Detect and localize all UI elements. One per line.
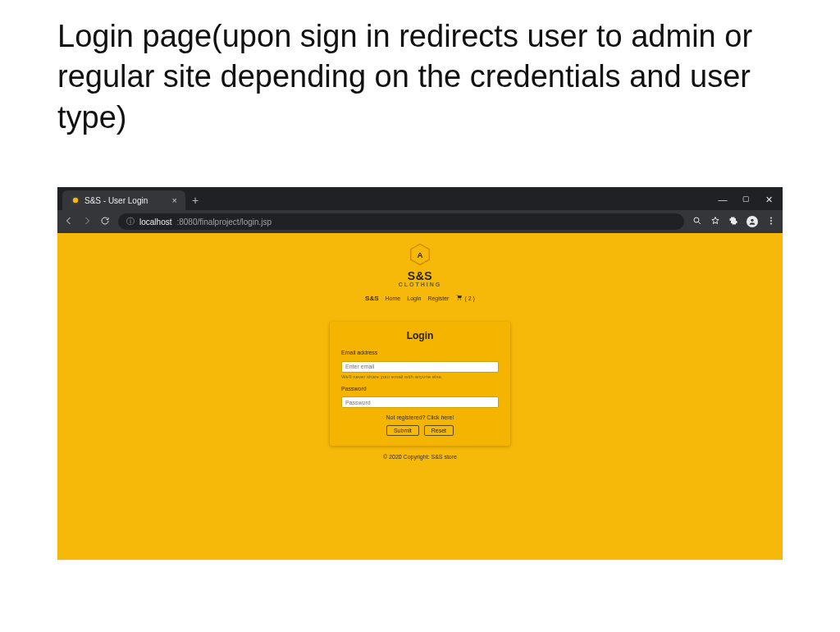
site-info-icon[interactable]: ⓘ <box>126 216 135 227</box>
button-row: Submit Reset <box>341 425 499 436</box>
window-controls: — ▢ ✕ <box>717 195 783 210</box>
svg-point-2 <box>751 219 753 222</box>
nav-login-link[interactable]: Login <box>407 295 421 301</box>
nav-cart-link[interactable]: ( 2 ) <box>455 294 474 302</box>
window-maximize-icon[interactable]: ▢ <box>740 195 751 205</box>
nav-brand-link[interactable]: S&S <box>365 295 378 302</box>
extensions-icon[interactable] <box>728 214 738 229</box>
cart-icon <box>455 294 463 302</box>
browser-window: S&S - User Login × + — ▢ ✕ ⓘ localhost:8… <box>57 187 783 560</box>
password-label: Password <box>341 386 499 392</box>
svg-text:A: A <box>417 250 422 259</box>
logo-icon: A <box>409 243 431 266</box>
svg-point-0 <box>72 198 77 203</box>
bookmark-star-icon[interactable] <box>710 214 720 229</box>
slide-title: Login page(upon sign in redirects user t… <box>57 16 779 138</box>
address-bar[interactable]: ⓘ localhost:8080/finalproject/login.jsp <box>118 213 684 230</box>
back-icon[interactable] <box>64 214 74 229</box>
site-content: A S&S CLOTHING S&S Home Login Register (… <box>330 243 510 460</box>
svg-point-3 <box>770 218 772 219</box>
svg-point-1 <box>694 218 699 222</box>
browser-toolbar: ⓘ localhost:8080/finalproject/login.jsp <box>57 210 783 233</box>
email-hint: We'll never share your email with anyone… <box>341 374 499 379</box>
register-link[interactable]: Not registered? Click here! <box>341 414 499 420</box>
nav-register-link[interactable]: Register <box>427 295 449 301</box>
page-viewport: A S&S CLOTHING S&S Home Login Register (… <box>57 233 783 560</box>
password-field[interactable] <box>341 396 499 408</box>
cart-count: ( 2 ) <box>464 295 474 301</box>
login-panel: Login Email address We'll never share yo… <box>330 322 510 446</box>
browser-tabstrip: S&S - User Login × + — ▢ ✕ <box>57 187 783 210</box>
menu-icon[interactable] <box>766 214 776 229</box>
forward-icon[interactable] <box>82 214 92 229</box>
tab-close-icon[interactable]: × <box>172 195 177 205</box>
profile-avatar-icon[interactable] <box>746 216 758 227</box>
window-close-icon[interactable]: ✕ <box>763 195 774 205</box>
favicon-icon <box>71 196 80 205</box>
nav-home-link[interactable]: Home <box>386 295 401 301</box>
tab-title: S&S - User Login <box>84 196 148 205</box>
new-tab-button[interactable]: + <box>185 194 205 210</box>
brand-subtitle: CLOTHING <box>399 282 442 287</box>
browser-tab-active[interactable]: S&S - User Login × <box>62 190 185 210</box>
svg-point-4 <box>770 220 772 222</box>
footer-copyright: © 2020 Copyright: S&S store <box>383 454 457 460</box>
nav-buttons <box>64 214 110 229</box>
svg-point-5 <box>770 223 772 225</box>
email-label: Email address <box>341 350 499 355</box>
reset-button[interactable]: Reset <box>424 425 454 436</box>
email-field[interactable] <box>341 361 499 373</box>
toolbar-right <box>692 214 776 229</box>
window-minimize-icon[interactable]: — <box>717 195 728 205</box>
site-nav: S&S Home Login Register ( 2 ) <box>365 294 475 302</box>
reload-icon[interactable] <box>100 214 110 229</box>
submit-button[interactable]: Submit <box>386 425 419 436</box>
zoom-icon[interactable] <box>692 214 702 229</box>
login-title: Login <box>341 330 499 341</box>
url-path: :8080/finalproject/login.jsp <box>176 218 272 227</box>
brand-name: S&S <box>408 269 432 282</box>
url-host: localhost <box>139 218 171 227</box>
